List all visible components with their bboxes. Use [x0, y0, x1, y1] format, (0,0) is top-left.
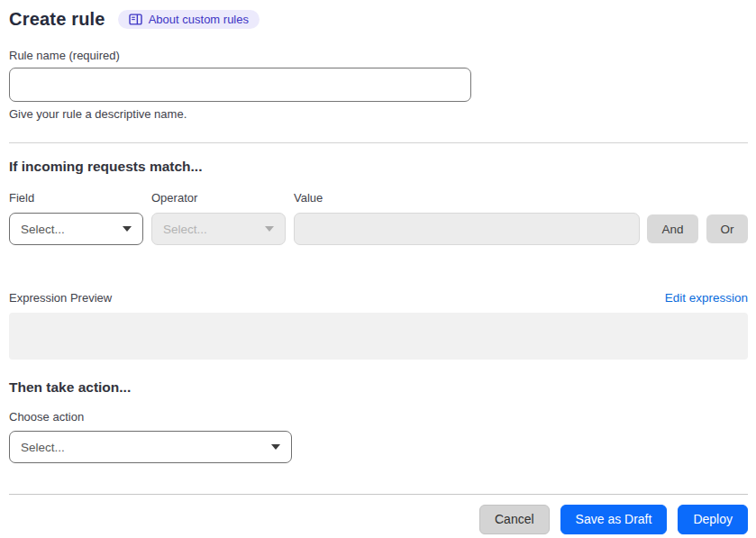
create-rule-page: Create rule About custom rules Rule name… — [0, 0, 756, 534]
chevron-down-icon — [123, 226, 132, 232]
cancel-button[interactable]: Cancel — [479, 505, 550, 534]
footer-actions: Cancel Save as Draft Deploy — [9, 505, 748, 534]
rule-name-helper: Give your rule a descriptive name. — [9, 107, 748, 121]
save-as-draft-button[interactable]: Save as Draft — [560, 505, 668, 534]
field-select[interactable]: Select... — [9, 213, 143, 245]
footer-divider — [9, 494, 748, 495]
expression-preview-box — [9, 313, 748, 360]
action-select-value: Select... — [21, 441, 65, 454]
expression-preview-label: Expression Preview — [9, 291, 112, 305]
action-section-heading: Then take action... — [9, 379, 748, 396]
expression-preview-header: Expression Preview Edit expression — [9, 291, 748, 305]
rule-name-label: Rule name (required) — [9, 49, 748, 62]
edit-expression-link[interactable]: Edit expression — [665, 291, 748, 305]
chevron-down-icon — [271, 444, 280, 450]
deploy-button[interactable]: Deploy — [678, 505, 748, 534]
and-button[interactable]: And — [647, 214, 698, 243]
operator-label: Operator — [151, 191, 286, 205]
value-input[interactable] — [294, 213, 640, 245]
action-select[interactable]: Select... — [9, 431, 292, 463]
rule-name-input[interactable] — [9, 68, 471, 102]
field-label: Field — [9, 191, 143, 205]
page-title: Create rule — [9, 9, 105, 30]
operator-select[interactable]: Select... — [151, 213, 286, 245]
choose-action-label: Choose action — [9, 410, 748, 424]
page-header: Create rule About custom rules — [9, 9, 748, 30]
field-column: Field Select... — [9, 191, 143, 245]
match-section-heading: If incoming requests match... — [9, 159, 748, 175]
chevron-down-icon — [265, 226, 274, 232]
operator-select-value: Select... — [163, 223, 207, 236]
operator-column: Operator Select... — [151, 191, 286, 245]
field-select-value: Select... — [21, 223, 65, 236]
book-icon — [129, 14, 142, 25]
value-label: Value — [294, 191, 640, 205]
match-condition-row: Field Select... Operator Select... Value… — [9, 191, 748, 245]
divider — [9, 142, 748, 143]
badge-label: About custom rules — [149, 14, 249, 25]
about-custom-rules-badge[interactable]: About custom rules — [118, 10, 260, 29]
value-column: Value — [294, 191, 640, 245]
or-button[interactable]: Or — [706, 214, 748, 243]
